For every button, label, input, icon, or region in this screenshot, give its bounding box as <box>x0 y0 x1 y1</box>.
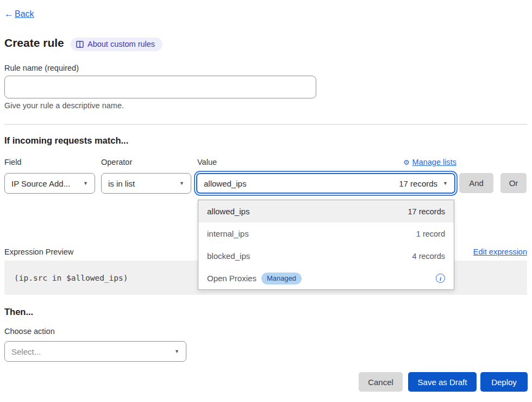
list-name: allowed_ips <box>207 207 249 216</box>
field-label: Field <box>4 158 21 166</box>
list-name: Open Proxies <box>207 274 256 283</box>
dropdown-option-allowed-ips[interactable]: allowed_ips 17 records <box>198 200 454 222</box>
match-section-heading: If incoming requests match... <box>4 135 128 146</box>
book-icon <box>76 41 84 48</box>
deploy-button[interactable]: Deploy <box>480 372 528 392</box>
operator-select-value: is in list <box>108 179 135 188</box>
list-name: blocked_ips <box>207 251 250 261</box>
list-record-count: 17 records <box>408 207 445 216</box>
chevron-down-icon: ▼ <box>443 181 448 186</box>
expression-preview-label: Expression Preview <box>4 248 73 256</box>
rule-name-label: Rule name (required) <box>4 64 79 72</box>
gear-icon: ⚙ <box>403 158 410 166</box>
info-icon[interactable]: i <box>436 274 445 283</box>
rule-name-input[interactable] <box>4 76 316 98</box>
chevron-down-icon: ▼ <box>174 349 179 354</box>
value-label: Value <box>197 158 217 166</box>
back-link-label: Back <box>15 9 34 19</box>
operator-label: Operator <box>101 158 132 166</box>
expression-code: (ip.src in $allowed_ips) <box>14 274 128 282</box>
manage-lists-link[interactable]: ⚙ Manage lists <box>396 158 456 166</box>
about-custom-rules-link[interactable]: About custom rules <box>71 38 162 51</box>
manage-lists-label: Manage lists <box>412 158 456 166</box>
action-select[interactable]: Select... ▼ <box>4 341 186 362</box>
value-select-count: 17 records <box>399 179 437 188</box>
action-select-placeholder: Select... <box>11 347 41 356</box>
or-button[interactable]: Or <box>500 173 527 193</box>
value-select-name: allowed_ips <box>204 179 246 188</box>
list-record-count: 1 record <box>416 230 445 238</box>
list-record-count: 4 records <box>412 252 445 261</box>
then-section-heading: Then... <box>4 307 33 317</box>
managed-badge: Managed <box>261 273 302 285</box>
and-button[interactable]: And <box>459 173 493 193</box>
choose-action-label: Choose action <box>4 327 55 336</box>
chevron-down-icon: ▼ <box>179 181 184 186</box>
chevron-down-icon: ▼ <box>83 181 88 186</box>
field-select[interactable]: IP Source Add... ▼ <box>4 173 95 194</box>
save-as-draft-button[interactable]: Save as Draft <box>408 372 477 392</box>
back-link[interactable]: ← Back <box>4 9 34 20</box>
value-select[interactable]: allowed_ips 17 records ▼ <box>196 173 455 194</box>
rule-name-helper-text: Give your rule a descriptive name. <box>4 101 124 110</box>
page-title: Create rule <box>4 36 64 50</box>
about-badge-label: About custom rules <box>87 40 155 48</box>
section-divider <box>4 124 527 125</box>
cancel-button[interactable]: Cancel <box>359 372 403 392</box>
dropdown-option-internal-ips[interactable]: internal_ips 1 record <box>198 222 454 245</box>
dropdown-option-open-proxies[interactable]: Open Proxies Managed i <box>198 267 454 289</box>
edit-expression-link[interactable]: Edit expression <box>455 248 527 256</box>
list-dropdown-menu: allowed_ips 17 records internal_ips 1 re… <box>198 200 454 290</box>
operator-select[interactable]: is in list ▼ <box>101 173 191 194</box>
dropdown-option-blocked-ips[interactable]: blocked_ips 4 records <box>198 245 454 267</box>
field-select-value: IP Source Add... <box>11 179 70 188</box>
back-arrow-icon: ← <box>4 9 14 20</box>
list-name: internal_ips <box>207 229 249 238</box>
